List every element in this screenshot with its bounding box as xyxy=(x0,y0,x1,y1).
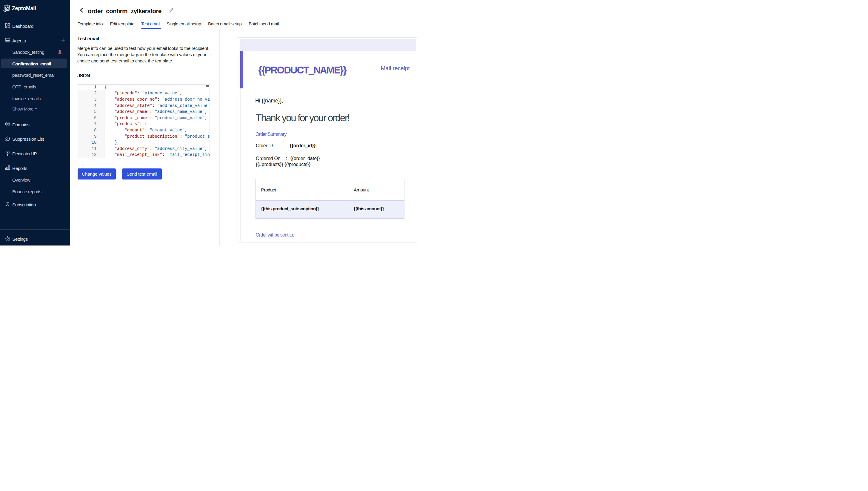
svg-text:¢: ¢ xyxy=(7,203,8,206)
svg-text:IP: IP xyxy=(6,151,9,153)
